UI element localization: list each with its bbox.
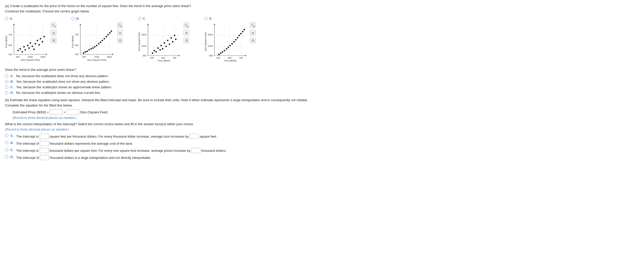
svg-point-23 [30, 42, 31, 44]
graph-d-external[interactable]: ⧉ [250, 38, 256, 43]
construct-text: Construct the scatterplot. Choose the co… [5, 9, 639, 13]
svg-point-90 [169, 44, 170, 45]
interp-option-a-text: The intercept is square feet per thousan… [16, 134, 217, 139]
svg-text:500: 500 [143, 54, 146, 57]
linear-option-a-radio[interactable] [5, 74, 8, 78]
svg-point-80 [152, 52, 153, 54]
interp-a-input2[interactable] [190, 134, 199, 139]
graph-d-label[interactable]: D. [204, 17, 212, 20]
graph-a-zoom-in[interactable]: 🔍 [51, 23, 56, 28]
graph-a-zoom-out[interactable]: ⊖ [51, 30, 56, 36]
svg-point-17 [19, 48, 21, 50]
graph-a-radio[interactable] [5, 17, 8, 20]
interp-c-input1[interactable] [40, 148, 49, 153]
graph-c-zoom-in[interactable]: 🔍 [184, 23, 189, 28]
svg-point-119 [233, 41, 235, 42]
graph-a-label[interactable]: A. [5, 17, 13, 20]
svg-point-91 [170, 37, 172, 39]
graph-c-label[interactable]: C. [138, 17, 146, 20]
linear-option-d-radio[interactable] [5, 91, 8, 94]
svg-text:3500: 3500 [40, 56, 45, 58]
linear-option-a-letter: A. [10, 74, 14, 78]
linear-option-b-text: Yes, because the scatterplot does not sh… [16, 80, 110, 83]
interp-d-input1[interactable] [40, 155, 49, 160]
svg-text:Price ($000): Price ($000) [224, 59, 236, 62]
svg-point-48 [83, 52, 84, 54]
equation-row: Estimated Price ($000) = + Size (Square … [5, 109, 639, 115]
graph-c-icons: 🔍 ⊖ ⧉ [184, 23, 189, 43]
graph-d-radio[interactable] [204, 17, 208, 20]
graph-c-container: 500 2000 3500 100 400 700 Price ($000) S… [138, 21, 189, 63]
graph-d-icons: 🔍 ⊖ ⧉ [250, 23, 256, 43]
graph-d-svg: 500 2000 3500 100 400 700 Price ($000) S… [204, 21, 249, 63]
graph-d-zoom-out[interactable]: ⊖ [250, 30, 256, 36]
svg-text:2000: 2000 [208, 45, 213, 47]
eq-intercept-input[interactable] [50, 109, 62, 115]
svg-point-26 [35, 43, 36, 45]
interp-option-a-row: A. The intercept is square feet per thou… [5, 134, 639, 139]
svg-text:700: 700 [239, 57, 243, 59]
eq-slope-input[interactable] [66, 109, 79, 115]
svg-marker-97 [214, 24, 215, 25]
linear-option-d-letter: D. [10, 91, 14, 95]
svg-text:3500: 3500 [208, 33, 213, 36]
linear-option-d-text: No, because the scatterplot shows an obv… [16, 91, 101, 95]
svg-marker-67 [179, 55, 180, 56]
interp-b-input1[interactable] [40, 141, 49, 146]
svg-point-123 [240, 33, 242, 34]
svg-point-82 [155, 51, 157, 53]
svg-point-61 [107, 34, 109, 35]
svg-point-28 [38, 44, 40, 46]
svg-point-55 [96, 45, 97, 46]
graph-c-zoom-out[interactable]: ⊖ [184, 30, 189, 36]
graph-d-letter: D. [209, 17, 212, 20]
interp-a-input1[interactable] [40, 134, 49, 139]
svg-point-59 [104, 38, 105, 39]
svg-point-118 [231, 43, 233, 45]
svg-text:700: 700 [75, 33, 79, 36]
svg-point-83 [157, 47, 159, 49]
interp-option-c-radio[interactable] [5, 148, 8, 151]
linear-option-c-radio[interactable] [5, 85, 8, 89]
svg-point-124 [242, 31, 243, 32]
graph-b-radio[interactable] [71, 17, 75, 20]
interp-option-b-radio[interactable] [5, 141, 8, 144]
graph-c-external[interactable]: ⧉ [184, 38, 189, 43]
graph-option-c: C. 500 2000 3500 100 400 700 Price ($000… [138, 17, 189, 63]
svg-marker-66 [147, 24, 149, 25]
svg-point-50 [86, 51, 88, 52]
svg-text:Size (Square Feet): Size (Square Feet) [87, 59, 106, 61]
graph-c-letter: C. [143, 17, 146, 20]
graph-b-external[interactable]: ⧉ [117, 38, 123, 43]
part-b-title: (b) Estimate the linear equation using l… [5, 98, 639, 102]
interp-option-a-radio[interactable] [5, 134, 8, 137]
svg-point-85 [160, 45, 162, 46]
svg-marker-35 [112, 54, 114, 55]
svg-point-31 [43, 36, 45, 37]
graph-b-label[interactable]: B. [71, 17, 80, 20]
svg-text:700: 700 [172, 57, 176, 59]
svg-point-22 [28, 47, 30, 49]
interp-option-d-radio[interactable] [5, 155, 8, 158]
graph-c-radio[interactable] [138, 17, 141, 20]
interp-c-input2[interactable] [191, 148, 201, 153]
graph-d-zoom-in[interactable]: 🔍 [250, 23, 256, 28]
svg-text:700: 700 [8, 33, 12, 36]
svg-point-24 [32, 46, 33, 47]
graph-a-external[interactable]: ⧉ [51, 38, 56, 43]
linear-option-b-radio[interactable] [5, 80, 8, 83]
graph-d-container: 500 2000 3500 100 400 700 Price ($000) S… [204, 21, 256, 63]
svg-point-111 [218, 54, 220, 55]
linear-option-c-letter: C. [10, 85, 14, 89]
eq-plus: + [63, 110, 65, 114]
interp-option-c-row: C. The intercept is thousand dollars per… [5, 148, 639, 153]
graph-b-zoom-in[interactable]: 🔍 [117, 23, 123, 28]
svg-point-116 [228, 47, 229, 48]
svg-text:Size (Square Feet): Size (Square Feet) [138, 32, 140, 51]
svg-text:Price ($000): Price ($000) [5, 35, 8, 48]
svg-text:100: 100 [150, 57, 154, 59]
graph-b-zoom-out[interactable]: ⊖ [117, 30, 123, 36]
graph-b-svg: 100 400 700 500 2000 3500 Size (Square F… [71, 21, 116, 62]
svg-point-16 [17, 50, 19, 51]
svg-point-51 [88, 49, 90, 51]
